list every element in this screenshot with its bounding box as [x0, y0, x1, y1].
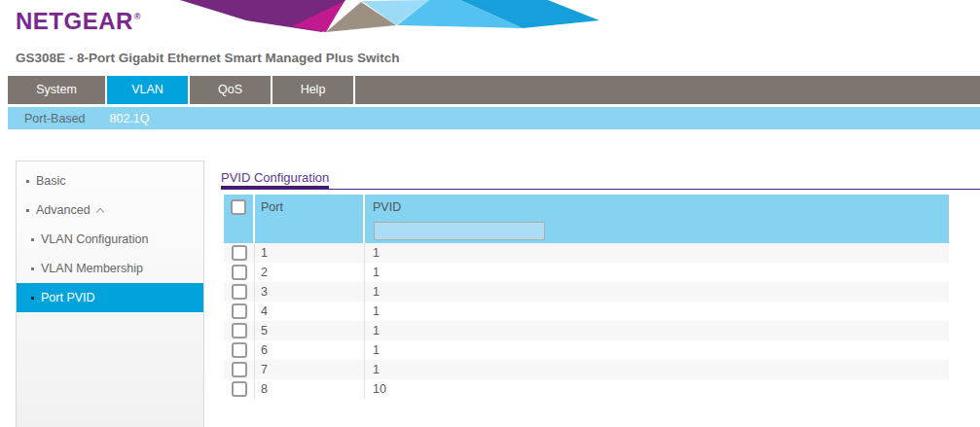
sidebar-item-advanced[interactable]: Advanced	[17, 196, 203, 225]
table-header-row: Port PVID	[224, 195, 949, 219]
banner-graphic	[178, 0, 616, 33]
port-cell: 1	[255, 243, 365, 263]
pvid-cell: 10	[365, 379, 949, 399]
table-row: 4 1	[224, 302, 949, 321]
sidebar: Basic Advanced VLAN Configuration VLAN M…	[16, 160, 204, 427]
main-nav: SystemVLANQoSHelp	[8, 76, 980, 104]
row-checkbox-port-6[interactable]	[232, 342, 247, 358]
row-checkbox-port-5[interactable]	[232, 323, 247, 338]
pvid-cell: 1	[365, 340, 949, 360]
sidebar-item-label: Basic	[36, 174, 66, 188]
bullet-icon	[26, 180, 29, 183]
collapse-caret-icon	[95, 207, 103, 215]
page-root: NETGEAR® GS308E - 8-Port Gigabit Etherne…	[0, 0, 980, 427]
nav-tab-qos[interactable]: QoS	[190, 76, 272, 104]
nav-tab-help[interactable]: Help	[272, 76, 355, 104]
select-all-cell	[224, 195, 255, 219]
bullet-icon	[31, 267, 34, 270]
sub-nav: Port-Based802.1Q	[8, 107, 980, 129]
subnav-item-802-1q[interactable]: 802.1Q	[110, 112, 150, 125]
row-checkbox-port-3[interactable]	[232, 284, 247, 300]
table-row: 2 1	[224, 263, 949, 282]
table-row: 6 1	[224, 340, 949, 360]
table-row: 1 1	[224, 243, 949, 263]
pvid-cell: 1	[365, 360, 949, 379]
port-column-header: Port	[255, 195, 365, 219]
heading-underline	[221, 189, 980, 190]
bullet-icon	[31, 238, 34, 241]
table-row: 7 1	[224, 360, 949, 379]
sidebar-item-label: VLAN Configuration	[41, 232, 148, 246]
port-cell: 2	[255, 263, 365, 282]
sidebar-item-port-pvid[interactable]: Port PVID	[17, 283, 203, 312]
page-heading: PVID Configuration	[221, 170, 329, 185]
sidebar-item-label: VLAN Membership	[41, 262, 143, 275]
row-checkbox-port-1[interactable]	[232, 245, 247, 261]
subnav-item-port-based[interactable]: Port-Based	[24, 112, 86, 125]
registered-trademark: ®	[134, 12, 141, 21]
table-row: 8 10	[224, 379, 949, 399]
sidebar-item-basic[interactable]: Basic	[17, 166, 203, 196]
port-cell: 8	[255, 379, 365, 399]
pvid-column-header: PVID	[365, 195, 949, 219]
sidebar-menu: Basic Advanced VLAN Configuration VLAN M…	[17, 166, 203, 312]
pvid-cell: 1	[365, 302, 949, 321]
filter-pvid-cell	[365, 219, 949, 243]
logo-text: NETGEAR	[16, 8, 133, 34]
pvid-cell: 1	[365, 243, 949, 263]
sidebar-item-label: Advanced	[36, 203, 91, 217]
bullet-icon	[31, 297, 34, 300]
filter-port-cell	[255, 219, 365, 243]
table-row: 3 1	[224, 282, 949, 302]
table-row: 5 1	[224, 321, 949, 340]
table-filter-row	[224, 219, 949, 243]
nav-tab-vlan[interactable]: VLAN	[107, 76, 190, 104]
port-cell: 7	[255, 360, 365, 379]
row-checkbox-port-7[interactable]	[232, 362, 247, 377]
pvid-cell: 1	[365, 321, 949, 340]
row-checkbox-port-4[interactable]	[232, 303, 247, 319]
page-title: GS308E - 8-Port Gigabit Ethernet Smart M…	[16, 51, 400, 65]
netgear-logo: NETGEAR®	[16, 8, 141, 35]
nav-tab-system[interactable]: System	[8, 76, 107, 104]
filter-checkbox-cell	[224, 219, 255, 243]
bullet-icon	[26, 209, 29, 212]
sidebar-item-vlan-configuration[interactable]: VLAN Configuration	[17, 225, 203, 254]
port-cell: 4	[255, 302, 365, 321]
pvid-table: Port PVID 1 1 2 1 3 1	[224, 195, 949, 399]
sidebar-item-label: Port PVID	[41, 291, 95, 304]
table-body: 1 1 2 1 3 1 4 1 5 1	[224, 243, 949, 399]
sidebar-item-vlan-membership[interactable]: VLAN Membership	[17, 254, 203, 283]
pvid-cell: 1	[365, 282, 949, 302]
port-cell: 5	[255, 321, 365, 340]
port-cell: 6	[255, 340, 365, 360]
pvid-cell: 1	[365, 263, 949, 282]
row-checkbox-port-8[interactable]	[232, 381, 247, 397]
pvid-filter-input[interactable]	[374, 222, 545, 240]
select-all-checkbox[interactable]	[231, 199, 246, 215]
port-cell: 3	[255, 282, 365, 302]
row-checkbox-port-2[interactable]	[232, 265, 247, 280]
